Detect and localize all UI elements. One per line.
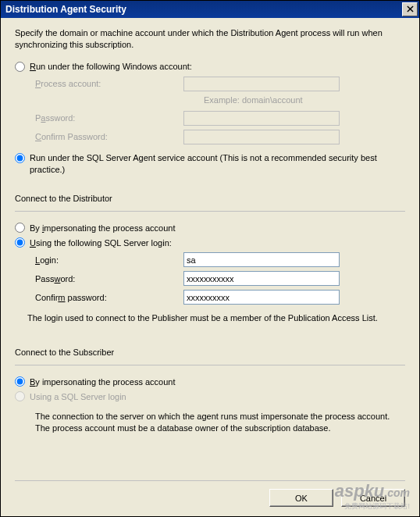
close-button[interactable] [402, 2, 418, 16]
distributor-heading: Connect to the Distributor [15, 194, 405, 203]
radio-dist-impersonate-input[interactable] [15, 223, 25, 233]
radio-run-windows[interactable]: Run under the following Windows account: [15, 62, 405, 72]
dist-login-input[interactable] [183, 252, 340, 267]
dist-password-input[interactable] [183, 271, 340, 286]
radio-dist-sqllogin-label: Using the following SQL Server login: [30, 238, 172, 248]
cancel-button[interactable]: Cancel [341, 489, 405, 507]
dist-confirm-input[interactable] [183, 290, 340, 305]
process-account-input [183, 77, 340, 91]
dist-password-label: Password: [35, 274, 183, 283]
radio-sub-sqllogin-label: Using a SQL Server login [30, 392, 126, 401]
divider [15, 480, 405, 481]
radio-sub-sqllogin-input [15, 391, 25, 401]
example-text: Example: domain\account [204, 95, 405, 105]
distributor-note: The login used to connect to the Publish… [27, 312, 405, 324]
radio-sub-impersonate-label: By impersonating the process account [30, 377, 176, 387]
process-account-label: Process account: [35, 79, 183, 88]
dist-confirm-label: Confirm password: [35, 293, 183, 302]
distributor-login-fields: Login: Password: Confirm password: [35, 252, 405, 305]
ok-button[interactable]: OK [269, 489, 333, 507]
radio-sub-impersonate-input[interactable] [15, 376, 25, 387]
radio-dist-impersonate[interactable]: By impersonating the process account [15, 223, 405, 233]
divider [15, 211, 405, 212]
win-password-label: Password: [35, 113, 183, 123]
window-title: Distribution Agent Security [5, 4, 126, 15]
radio-sub-sqllogin: Using a SQL Server login [15, 391, 405, 401]
dist-login-label: Login: [35, 255, 183, 265]
titlebar: Distribution Agent Security [1, 1, 419, 18]
subscriber-note: The connection to the server on which th… [35, 411, 405, 434]
dialog-content: Specify the domain or machine account un… [1, 18, 419, 434]
radio-dist-sqllogin[interactable]: Using the following SQL Server login: [15, 237, 405, 248]
radio-run-windows-input[interactable] [15, 62, 25, 72]
divider [15, 365, 405, 365]
close-icon [407, 5, 414, 14]
radio-run-sqlagent-input[interactable] [15, 153, 25, 163]
win-confirm-label: Confirm Password: [35, 132, 183, 141]
radio-run-windows-label: Run under the following Windows account: [30, 62, 192, 71]
radio-run-sqlagent-label: Run under the SQL Server Agent service a… [30, 152, 405, 176]
radio-run-sqlagent[interactable]: Run under the SQL Server Agent service a… [15, 152, 405, 176]
radio-sub-impersonate[interactable]: By impersonating the process account [15, 376, 405, 387]
win-confirm-input [183, 130, 340, 144]
button-row: OK Cancel [1, 476, 419, 508]
intro-text: Specify the domain or machine account un… [15, 27, 405, 51]
win-password-input [183, 111, 340, 126]
radio-dist-impersonate-label: By impersonating the process account [30, 223, 176, 233]
windows-account-fields: Process account: Example: domain\account… [35, 77, 405, 144]
radio-dist-sqllogin-input[interactable] [15, 237, 25, 248]
dialog-window: Distribution Agent Security Specify the … [0, 0, 420, 517]
subscriber-heading: Connect to the Subscriber [15, 348, 405, 357]
